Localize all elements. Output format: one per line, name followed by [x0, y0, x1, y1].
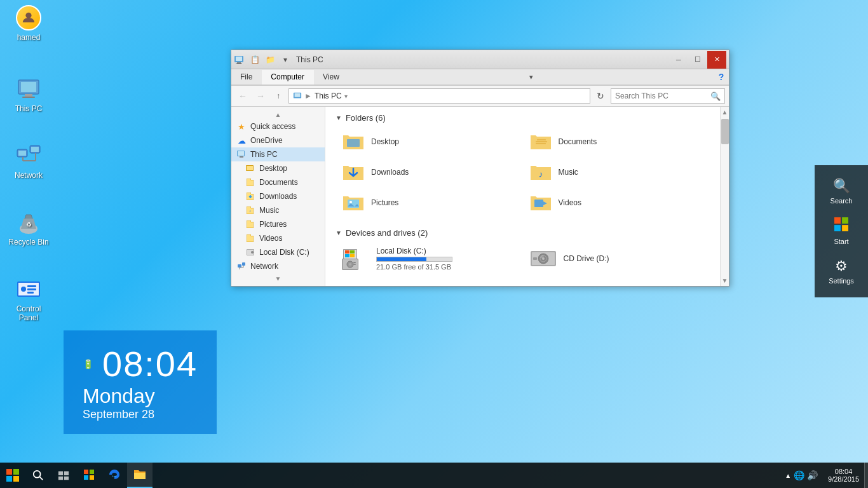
sidebar-item-onedrive[interactable]: ☁ OneDrive: [231, 133, 325, 147]
folder-music-icon: ♪: [528, 161, 553, 184]
systray-expand[interactable]: ▲: [785, 472, 791, 479]
back-button[interactable]: ←: [235, 88, 250, 104]
show-desktop-btn[interactable]: [864, 463, 868, 488]
start-button[interactable]: [0, 463, 25, 488]
desktop-icon-thispc[interactable]: This PC: [6, 76, 51, 113]
maximize-button[interactable]: ☐: [688, 51, 707, 69]
forward-button[interactable]: →: [253, 88, 268, 104]
svg-rect-17: [27, 285, 36, 287]
folder-desktop[interactable]: Desktop: [336, 126, 523, 157]
taskbar-time: 08:04: [828, 468, 859, 475]
sidebar-item-downloads[interactable]: Downloads: [231, 189, 325, 203]
svg-rect-49: [348, 200, 359, 208]
help-button[interactable]: ?: [714, 69, 729, 85]
search-icon: 🔍: [710, 92, 721, 101]
qat-new-folder[interactable]: 📁: [263, 53, 277, 67]
svg-rect-83: [84, 475, 88, 480]
folder-music[interactable]: ♪ Music: [523, 157, 710, 187]
desktop-icon-network[interactable]: Network: [6, 143, 51, 180]
title-bar: 📋 📁 ▾ This PC ─ ☐ ✕: [231, 50, 729, 69]
qat-dropdown[interactable]: ▾: [278, 53, 292, 67]
volume-tray-icon[interactable]: 🔊: [807, 470, 818, 480]
sidebar-item-localdisk[interactable]: Local Disk (C:): [231, 245, 325, 259]
folder-desktop-label: Desktop: [371, 137, 399, 146]
svg-rect-10: [35, 153, 36, 161]
svg-text:♻: ♻: [26, 221, 32, 228]
drive-cddrive[interactable]: CD Drive (D:): [523, 240, 710, 277]
sidebar-item-desktop[interactable]: Desktop: [231, 161, 325, 175]
svg-rect-72: [13, 469, 19, 475]
content-area: ▼ Folders (6) Desktop: [325, 107, 720, 286]
pictures-nav-icon: [245, 219, 255, 229]
qat-properties[interactable]: 📋: [248, 53, 262, 67]
charm-settings[interactable]: ⚙ Settings: [820, 252, 863, 291]
drives-section-header[interactable]: ▼ Devices and drives (2): [336, 228, 710, 238]
refresh-button[interactable]: ↻: [593, 88, 608, 104]
taskbar-explorer-btn[interactable]: [127, 463, 153, 488]
localdisk-nav-icon: [245, 247, 255, 257]
folder-documents[interactable]: Documents: [523, 126, 710, 157]
svg-text:♪: ♪: [538, 169, 543, 179]
sidebar-item-pictures[interactable]: Pictures: [231, 217, 325, 231]
scroll-up-btn[interactable]: ▲: [720, 107, 729, 118]
address-caret[interactable]: ▾: [344, 93, 348, 100]
svg-rect-81: [84, 470, 88, 474]
up-button[interactable]: ↑: [271, 88, 286, 104]
music-nav-icon: ♪: [245, 205, 255, 215]
desktop-icon-controlpanel[interactable]: Control Panel: [6, 276, 51, 323]
folders-section-header[interactable]: ▼ Folders (6): [336, 113, 710, 123]
task-view-button[interactable]: [51, 463, 76, 488]
svg-rect-26: [237, 62, 241, 64]
svg-rect-71: [6, 469, 12, 475]
search-input[interactable]: [615, 92, 710, 100]
scroll-up[interactable]: ▲: [231, 109, 325, 119]
taskbar-edge-btn[interactable]: [102, 463, 127, 488]
close-button[interactable]: ✕: [707, 51, 726, 69]
folder-videos[interactable]: Videos: [523, 187, 710, 218]
tab-computer[interactable]: Computer: [262, 70, 314, 85]
svg-rect-20: [834, 217, 841, 224]
folder-pictures[interactable]: Pictures: [336, 187, 523, 218]
taskbar-clock[interactable]: 08:04 9/28/2015: [823, 468, 864, 483]
tab-file[interactable]: File: [231, 70, 262, 84]
sidebar-item-network[interactable]: Network: [231, 259, 325, 273]
scroll-thumb[interactable]: [721, 119, 729, 144]
clock-date: September 28: [83, 408, 198, 421]
svg-rect-45: [537, 139, 546, 140]
sidebar-item-videos[interactable]: Videos: [231, 231, 325, 245]
file-explorer-window: 📋 📁 ▾ This PC ─ ☐ ✕ File Computer View ▾…: [231, 50, 729, 287]
tab-view[interactable]: View: [314, 70, 349, 84]
svg-rect-57: [350, 254, 355, 257]
sidebar-item-documents[interactable]: Documents: [231, 175, 325, 189]
svg-rect-31: [238, 151, 244, 156]
folder-downloads[interactable]: Downloads: [336, 157, 523, 187]
svg-rect-62: [353, 262, 356, 263]
drive-cddrive-info: CD Drive (D:): [564, 254, 609, 263]
battery-icon: 🔋: [83, 359, 95, 369]
folder-documents-icon: [528, 130, 553, 153]
charm-search[interactable]: 🔍 Search: [820, 172, 863, 211]
drive-localdisk-bar-container: [376, 257, 452, 262]
network-tray-icon[interactable]: 🌐: [794, 470, 804, 480]
taskbar-search[interactable]: [25, 463, 51, 488]
scroll-down[interactable]: ▼: [231, 273, 325, 283]
content-scrollbar[interactable]: ▲ ▼: [720, 107, 729, 286]
ribbon-expand[interactable]: ▾: [524, 71, 538, 84]
sidebar-item-music[interactable]: ♪ Music: [231, 203, 325, 217]
svg-rect-54: [345, 250, 349, 254]
taskbar-store-btn[interactable]: [76, 463, 102, 488]
scroll-down-btn[interactable]: ▼: [720, 275, 729, 286]
charm-start[interactable]: Start: [820, 211, 863, 252]
sidebar-item-quick-access[interactable]: ★ Quick access: [231, 119, 325, 133]
desktop-icon-recycle[interactable]: ♻ Recycle Bin: [6, 210, 51, 247]
address-path[interactable]: ► This PC ▾: [288, 88, 590, 104]
search-box[interactable]: 🔍: [611, 88, 725, 104]
desktop-icon-user[interactable]: hamed: [6, 5, 51, 42]
svg-rect-84: [90, 475, 94, 480]
sidebar-item-thispc[interactable]: This PC: [231, 147, 325, 161]
minimize-button[interactable]: ─: [669, 51, 688, 69]
svg-rect-19: [27, 292, 34, 294]
drive-localdisk[interactable]: Local Disk (C:) 21.0 GB free of 31.5 GB: [336, 240, 523, 277]
svg-rect-63: [353, 264, 356, 265]
folder-videos-label: Videos: [559, 198, 581, 207]
